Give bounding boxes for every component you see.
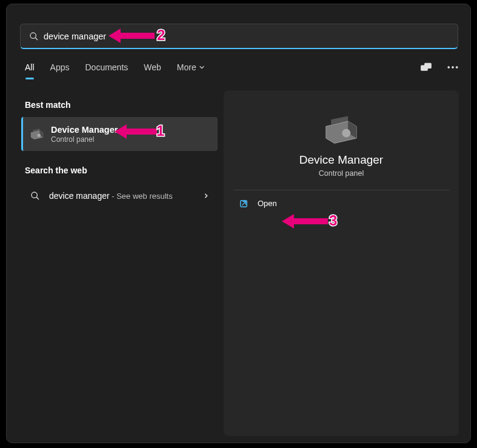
divider bbox=[233, 190, 449, 190]
annotation-badge-2: 2 bbox=[157, 27, 165, 44]
best-match-header: Best match bbox=[25, 100, 70, 110]
action-open[interactable]: Open bbox=[239, 199, 459, 208]
tab-web[interactable]: Web bbox=[144, 62, 161, 72]
svg-point-11 bbox=[32, 192, 37, 198]
preview-panel: Device Manager Control panel Open bbox=[224, 90, 459, 436]
web-result-text: device manager - See web results bbox=[49, 191, 173, 201]
svg-point-6 bbox=[456, 67, 458, 69]
search-input[interactable] bbox=[44, 32, 458, 41]
svg-point-4 bbox=[448, 67, 450, 69]
web-result-query: device manager bbox=[49, 191, 110, 201]
annotation-badge-1: 1 bbox=[156, 122, 164, 139]
tab-more-label: More bbox=[177, 62, 196, 72]
chevron-right-icon bbox=[203, 193, 209, 199]
device-manager-icon bbox=[27, 129, 47, 139]
result-device-manager[interactable]: Device Manager Control panel bbox=[21, 117, 218, 151]
svg-point-5 bbox=[452, 67, 454, 69]
svg-point-0 bbox=[30, 33, 36, 38]
tab-more[interactable]: More bbox=[177, 62, 205, 72]
annotation-badge-3: 3 bbox=[329, 212, 337, 229]
search-bar bbox=[20, 24, 458, 49]
preview-title: Device Manager bbox=[224, 153, 459, 167]
svg-point-16 bbox=[342, 129, 350, 138]
result-text: Device Manager Control panel bbox=[51, 125, 118, 144]
more-options-icon[interactable] bbox=[447, 65, 458, 69]
result-subtitle: Control panel bbox=[51, 135, 118, 144]
chevron-down-icon bbox=[199, 64, 205, 70]
action-open-label: Open bbox=[258, 199, 277, 208]
result-title: Device Manager bbox=[51, 125, 118, 135]
search-icon bbox=[25, 191, 45, 201]
search-icon bbox=[29, 32, 39, 41]
device-manager-icon-large bbox=[224, 116, 459, 144]
tab-apps[interactable]: Apps bbox=[50, 62, 70, 72]
svg-point-10 bbox=[38, 133, 41, 137]
svg-line-1 bbox=[35, 38, 38, 40]
tab-documents[interactable]: Documents bbox=[85, 62, 128, 72]
tab-all[interactable]: All bbox=[25, 62, 35, 72]
web-result-item[interactable]: device manager - See web results bbox=[21, 182, 218, 209]
start-search-window: All Apps Documents Web More Best match bbox=[6, 4, 471, 443]
svg-line-12 bbox=[36, 197, 39, 199]
tabs-row: All Apps Documents Web More bbox=[25, 62, 458, 72]
search-web-header: Search the web bbox=[25, 165, 87, 175]
svg-line-18 bbox=[242, 201, 245, 205]
preview-subtitle: Control panel bbox=[224, 169, 459, 178]
search-box[interactable] bbox=[20, 24, 458, 49]
svg-rect-3 bbox=[425, 63, 432, 68]
connect-devices-icon[interactable] bbox=[421, 62, 432, 72]
open-external-icon bbox=[239, 199, 248, 208]
web-result-suffix: - See web results bbox=[110, 192, 173, 201]
